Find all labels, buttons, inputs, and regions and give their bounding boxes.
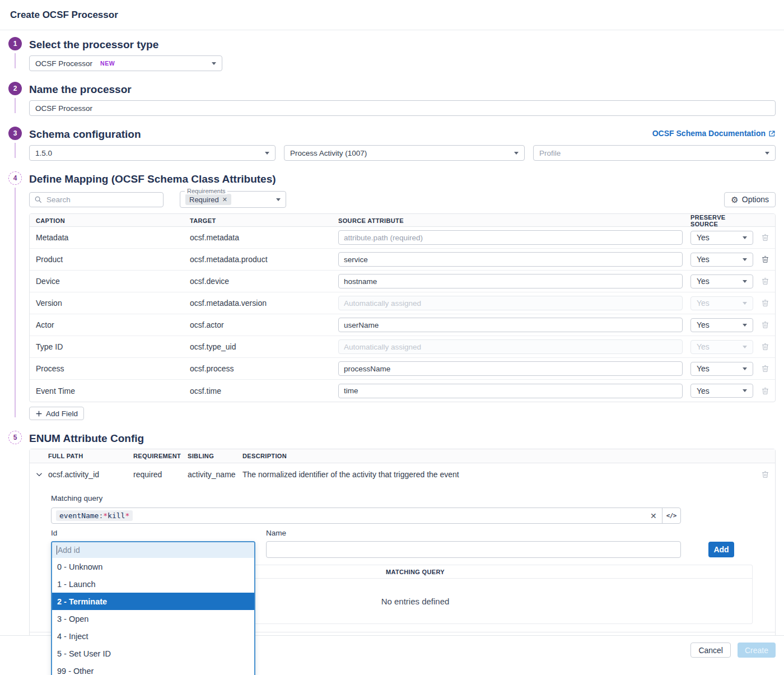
processor-type-value: OCSF Processor bbox=[35, 59, 92, 68]
schema-class-select[interactable]: Process Activity (1007) bbox=[284, 145, 525, 161]
chevron-down-icon bbox=[743, 367, 747, 370]
create-ocsf-processor-modal: Create OCSF Processor 1 Select the proce… bbox=[0, 0, 784, 675]
target-cell: ocsf.process bbox=[184, 364, 332, 373]
search-input[interactable] bbox=[29, 192, 164, 207]
target-cell: ocsf.type_uid bbox=[184, 342, 332, 351]
add-field-button[interactable]: Add Field bbox=[29, 407, 84, 420]
id-combobox[interactable] bbox=[52, 542, 254, 558]
step-4-heading: Define Mapping (OCSF Schema Class Attrib… bbox=[29, 172, 776, 186]
full-path-cell: ocsf.activity_id bbox=[48, 470, 133, 479]
clear-query-icon[interactable]: ✕ bbox=[645, 511, 662, 520]
preserve-source-column-header: PRESERVE SOURCE bbox=[684, 214, 755, 227]
chevron-down-icon bbox=[743, 324, 747, 327]
id-input[interactable] bbox=[58, 546, 250, 555]
dropdown-option[interactable]: 3 - Open bbox=[52, 610, 254, 627]
table-row: Type ID ocsf.type_uid Yes bbox=[30, 336, 775, 358]
collapse-row-button[interactable] bbox=[30, 471, 48, 478]
code-view-button[interactable]: </> bbox=[662, 508, 680, 523]
source-attribute-input[interactable] bbox=[338, 384, 683, 398]
source-attribute-input[interactable] bbox=[338, 361, 683, 376]
delete-row-button[interactable] bbox=[755, 299, 775, 308]
trash-icon bbox=[761, 342, 769, 351]
table-row: Version ocsf.metadata.version Yes bbox=[30, 292, 775, 314]
dropdown-option[interactable]: 1 - Launch bbox=[52, 575, 254, 593]
delete-row-button[interactable] bbox=[755, 320, 775, 329]
profile-select[interactable]: Profile bbox=[533, 145, 776, 161]
sibling-column-header: SIBLING bbox=[188, 453, 242, 459]
source-attribute-input[interactable] bbox=[338, 318, 683, 332]
caption-cell: Version bbox=[30, 299, 184, 308]
schema-documentation-label: OCSF Schema Documentation bbox=[652, 129, 766, 138]
dropdown-option[interactable]: 99 - Other bbox=[52, 662, 254, 675]
matching-query-input[interactable]: eventName:*kill* ✕ </> bbox=[51, 508, 681, 524]
description-cell: The normalized identifier of the activit… bbox=[242, 470, 755, 479]
sibling-cell: activity_name bbox=[188, 470, 242, 479]
matching-query-label: Matching query bbox=[51, 494, 775, 503]
table-row: Process ocsf.process Yes bbox=[30, 358, 775, 380]
dropdown-option[interactable]: 4 - Inject bbox=[52, 627, 254, 645]
options-button-label: Options bbox=[742, 195, 769, 204]
delete-row-button[interactable] bbox=[755, 470, 775, 479]
mapping-table: CAPTION TARGET SOURCE ATTRIBUTE PRESERVE… bbox=[29, 213, 776, 402]
mapping-table-header: CAPTION TARGET SOURCE ATTRIBUTE PRESERVE… bbox=[30, 214, 775, 227]
preserve-source-select[interactable]: Yes bbox=[690, 318, 753, 332]
schema-documentation-link[interactable]: OCSF Schema Documentation bbox=[652, 129, 776, 138]
preserve-source-select[interactable]: Yes bbox=[690, 274, 753, 288]
source-attribute-input[interactable] bbox=[338, 252, 683, 267]
name-label: Name bbox=[266, 529, 286, 538]
delete-row-button[interactable] bbox=[755, 364, 775, 373]
source-attribute-input[interactable] bbox=[338, 230, 683, 245]
processor-type-select[interactable]: OCSF Processor NEW bbox=[29, 55, 222, 71]
table-row: Device ocsf.device Yes bbox=[30, 271, 775, 292]
requirement-column-header: REQUIREMENT bbox=[133, 453, 188, 459]
step-1-heading: Select the processor type bbox=[29, 38, 776, 52]
caption-column-header: CAPTION bbox=[30, 217, 184, 224]
step-1-rail: 1 bbox=[8, 37, 29, 71]
delete-row-button[interactable] bbox=[755, 255, 775, 264]
id-dropdown: 0 - Unknown 1 - Launch 2 - Terminate 3 -… bbox=[51, 541, 255, 675]
new-badge: NEW bbox=[100, 60, 115, 67]
dropdown-option[interactable]: 5 - Set User ID bbox=[52, 645, 254, 662]
dropdown-option-highlighted[interactable]: 2 - Terminate bbox=[52, 593, 254, 610]
table-row: Metadata ocsf.metadata Yes bbox=[30, 227, 775, 249]
create-button[interactable]: Create bbox=[738, 643, 776, 658]
source-attribute-input bbox=[338, 296, 683, 310]
dropdown-option[interactable]: 0 - Unknown bbox=[52, 558, 254, 575]
options-button[interactable]: ⚙ Options bbox=[724, 192, 776, 207]
source-attribute-column-header: SOURCE ATTRIBUTE bbox=[332, 217, 684, 224]
delete-row-button[interactable] bbox=[755, 387, 775, 395]
profile-placeholder: Profile bbox=[539, 149, 561, 157]
requirement-cell: required bbox=[133, 470, 188, 479]
requirements-filter[interactable]: Requirements Required ✕ bbox=[180, 191, 286, 208]
cancel-button[interactable]: Cancel bbox=[690, 643, 731, 658]
mapping-search bbox=[29, 192, 164, 207]
preserve-source-select[interactable]: Yes bbox=[690, 231, 753, 245]
delete-row-button[interactable] bbox=[755, 233, 775, 242]
chip-clear-icon[interactable]: ✕ bbox=[222, 196, 227, 203]
enum-row-activity-id: ocsf.activity_id required activity_name … bbox=[30, 463, 775, 485]
source-attribute-input[interactable] bbox=[338, 274, 683, 288]
preserve-source-select[interactable]: Yes bbox=[690, 362, 753, 376]
step-connector bbox=[15, 53, 16, 68]
preserve-source-select[interactable]: Yes bbox=[690, 253, 753, 267]
requirements-chip: Required ✕ bbox=[185, 194, 231, 205]
delete-row-button[interactable] bbox=[755, 342, 775, 351]
chevron-down-icon bbox=[212, 62, 216, 65]
table-row: Product ocsf.metadata.product Yes bbox=[30, 249, 775, 271]
add-field-label: Add Field bbox=[46, 409, 78, 418]
schema-version-select[interactable]: 1.5.0 bbox=[29, 145, 276, 161]
trash-icon bbox=[761, 364, 769, 373]
trash-icon bbox=[761, 387, 769, 395]
step-5-badge: 5 bbox=[8, 431, 22, 444]
caption-cell: Product bbox=[30, 255, 184, 264]
processor-name-input[interactable] bbox=[29, 100, 776, 116]
delete-row-button[interactable] bbox=[755, 277, 775, 286]
chevron-down-icon bbox=[743, 236, 747, 239]
preserve-source-select[interactable]: Yes bbox=[690, 384, 753, 398]
step-1-badge: 1 bbox=[8, 37, 22, 50]
chevron-down-icon bbox=[265, 152, 269, 155]
chevron-down-icon bbox=[765, 152, 769, 155]
add-button[interactable]: Add bbox=[708, 542, 734, 557]
chevron-down-icon bbox=[743, 346, 747, 348]
name-value-input[interactable] bbox=[266, 541, 681, 558]
